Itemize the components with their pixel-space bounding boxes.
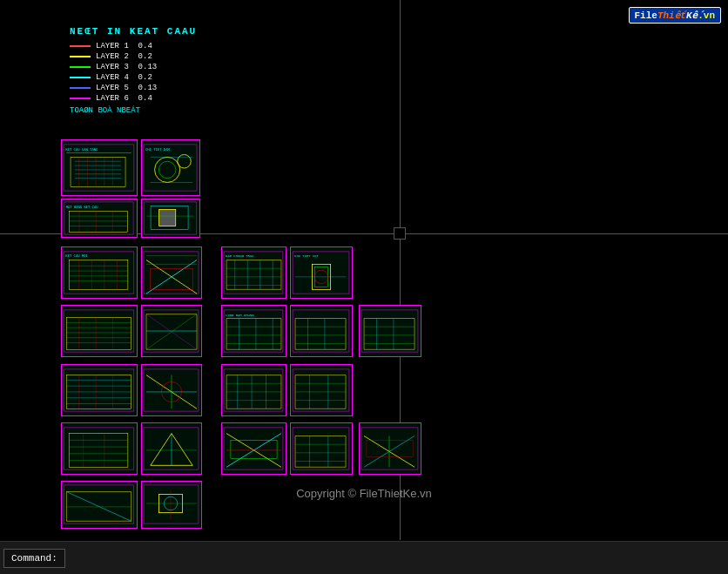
svg-text:MAT BANG KET CAU: MAT BANG KET CAU	[66, 205, 98, 209]
sheet-21[interactable]	[290, 422, 353, 475]
svg-rect-253	[291, 423, 352, 474]
cad-canvas[interactable]: NEŒT IN KEAT CAAU LAYER 1 0.4 LAYER 2 0.…	[0, 0, 728, 540]
legend-item-4: LAYER 4 0.2	[70, 73, 197, 82]
svg-rect-102	[62, 306, 136, 356]
svg-rect-224	[62, 423, 136, 474]
legend-label-3: LAYER 3 0.13	[96, 63, 157, 71]
legend-line-2	[70, 56, 91, 57]
svg-rect-144	[291, 306, 352, 356]
svg-text:KET CAU MOI: KET CAU MOI	[65, 253, 88, 258]
crosshair-center	[394, 227, 406, 240]
sheet-14[interactable]	[61, 364, 138, 416]
svg-rect-210	[291, 365, 352, 415]
legend-panel: NEŒT IN KEAT CAAU LAYER 1 0.4 LAYER 2 0.…	[70, 26, 197, 115]
copyright-text: Copyright © FileThietKe.vn	[0, 487, 728, 500]
sheet-1[interactable]: KET CAU SAN TANG	[61, 139, 138, 196]
legend-label-1: LAYER 1 0.4	[96, 42, 152, 51]
legend-label-5: LAYER 5 0.13	[96, 84, 157, 92]
sheet-2[interactable]: CHI TIET DAM	[141, 139, 200, 196]
logo-vn: .vn	[698, 10, 715, 21]
legend-line-6	[70, 98, 91, 99]
sheet-6[interactable]	[141, 246, 202, 299]
legend-label-6: LAYER 6 0.4	[96, 94, 152, 103]
command-label[interactable]: Command:	[3, 549, 65, 568]
sheet-11[interactable]: LONG DAM KHUNG	[221, 305, 286, 357]
legend-item-6: LAYER 6 0.4	[70, 94, 197, 103]
sheet-5[interactable]: KET CAU MOI	[61, 246, 138, 299]
legend-item-1: LAYER 1 0.4	[70, 42, 197, 51]
legend-line-3	[70, 66, 91, 68]
sheet-20[interactable]	[221, 422, 286, 475]
sheet-10[interactable]	[141, 305, 202, 357]
logo: FileThiếtKế.vn	[629, 7, 721, 24]
legend-item-3: LAYER 3 0.13	[70, 63, 197, 71]
legend-line-4	[70, 77, 91, 78]
sheet-8[interactable]: CHI TIET COT	[290, 246, 353, 299]
sheet-16[interactable]	[221, 364, 286, 416]
legend-subtitle: TOAØN BOÀ NBEÁT	[70, 106, 197, 115]
svg-rect-47	[159, 209, 176, 226]
logo-thiet: Thiết	[657, 10, 686, 21]
legend-item-2: LAYER 2 0.2	[70, 52, 197, 61]
svg-text:KET CAU SAN TANG: KET CAU SAN TANG	[65, 147, 98, 152]
sheet-19[interactable]	[141, 422, 202, 475]
svg-rect-158	[360, 306, 421, 356]
legend-line-5	[70, 87, 91, 89]
svg-rect-195	[222, 365, 286, 415]
svg-text:DAM KHUNG TRUC: DAM KHUNG TRUC	[226, 254, 254, 258]
svg-text:CHI TIET DAM: CHI TIET DAM	[145, 147, 171, 152]
logo-file: File	[635, 10, 657, 21]
sheet-18[interactable]	[61, 422, 138, 475]
sheet-12[interactable]	[290, 305, 353, 357]
sheet-4[interactable]	[141, 199, 200, 238]
sheet-7[interactable]: DAM KHUNG TRUC	[221, 246, 286, 299]
svg-text:LONG DAM KHUNG: LONG DAM KHUNG	[226, 314, 254, 317]
legend-item-5: LAYER 5 0.13	[70, 84, 197, 92]
legend-label-2: LAYER 2 0.2	[96, 52, 152, 61]
sheet-22[interactable]	[359, 422, 421, 475]
sheet-13[interactable]	[359, 305, 421, 357]
sheet-9[interactable]	[61, 305, 138, 357]
sheet-17[interactable]	[290, 364, 353, 416]
legend-label-4: LAYER 4 0.2	[96, 73, 152, 82]
legend-line-1	[70, 45, 91, 47]
svg-rect-267	[360, 423, 421, 474]
svg-text:CHI TIET COT: CHI TIET COT	[294, 254, 319, 258]
sheet-3[interactable]: MAT BANG KET CAU	[61, 199, 138, 238]
svg-rect-172	[62, 365, 136, 415]
logo-ke: Kế	[686, 10, 698, 21]
sheet-15[interactable]	[141, 364, 202, 416]
svg-rect-244	[222, 423, 286, 474]
legend-title: NEŒT IN KEAT CAAU	[70, 26, 197, 37]
status-bar[interactable]: Command:	[0, 541, 728, 574]
